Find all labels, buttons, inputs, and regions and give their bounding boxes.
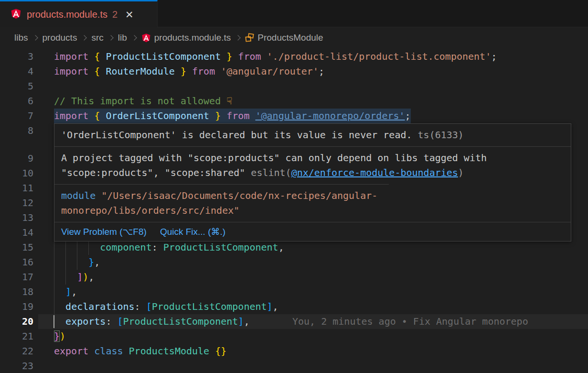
breadcrumb-symbol[interactable]: ProductsModule <box>245 33 323 43</box>
text-cursor <box>53 315 54 328</box>
code-token: ] <box>238 316 244 327</box>
code-token: } <box>88 256 94 268</box>
code-token <box>175 66 181 77</box>
code-line-3[interactable]: 3import { ProductListComponent } from '.… <box>0 49 588 64</box>
view-problem-button[interactable]: View Problem (⌥F8) <box>61 226 147 237</box>
code-token: import <box>54 51 88 62</box>
code-token: ProductsModule <box>129 345 210 357</box>
quick-fix-button[interactable]: Quick Fix... (⌘.) <box>160 226 225 237</box>
line-number: 8 <box>0 123 33 138</box>
code-line-6[interactable]: 6// This import is not allowed ☟ <box>0 94 588 109</box>
chevron-right-icon <box>108 35 113 40</box>
code-token: : <box>135 301 146 312</box>
code-token <box>88 51 94 62</box>
line-number: 3 <box>0 49 33 64</box>
code-token: '@angular/router' <box>221 66 319 77</box>
code-line-5[interactable]: 5 <box>0 79 588 94</box>
breadcrumb-file[interactable]: products.module.ts <box>141 33 231 43</box>
line-content[interactable]: ]), <box>54 270 94 285</box>
line-content[interactable]: component: ProductListComponent, <box>54 240 284 255</box>
code-token: { <box>94 110 100 121</box>
code-token: } <box>181 66 186 77</box>
code-token <box>215 66 221 77</box>
line-content[interactable]: exports: [ProductListComponent], <box>54 314 249 329</box>
code-token: './product-list/product-list.component' <box>267 51 492 62</box>
line-number: 14 <box>0 225 33 240</box>
line-number: 5 <box>0 79 33 94</box>
code-token: ☟ <box>226 95 232 107</box>
problem-hover-popup: 'OrderListComponent' is declared but its… <box>54 123 571 241</box>
line-content[interactable]: // This import is not allowed ☟ <box>54 94 232 109</box>
code-token <box>123 345 129 357</box>
code-line-23[interactable]: 23 <box>0 359 588 373</box>
code-token <box>249 110 255 121</box>
code-line-22[interactable]: 22export class ProductsModule {} <box>0 344 588 359</box>
code-token <box>88 66 94 77</box>
line-number: 23 <box>0 359 33 373</box>
code-token: // This import is not allowed <box>54 95 226 107</box>
code-token <box>209 110 215 121</box>
code-token: import <box>54 110 88 121</box>
line-content[interactable]: ], <box>54 285 77 299</box>
code-token <box>186 66 192 77</box>
code-token: } <box>226 51 232 62</box>
line-content[interactable]: }) <box>54 329 65 344</box>
code-token: from <box>226 110 249 121</box>
line-number: 22 <box>0 344 33 359</box>
line-content[interactable]: export class ProductsModule {} <box>54 344 226 359</box>
code-line-4[interactable]: 4import { RouterModule } from '@angular/… <box>0 64 588 79</box>
code-token <box>100 110 106 121</box>
code-token: : <box>152 241 163 253</box>
code-line-19[interactable]: 19 declarations: [ProductListComponent], <box>0 299 588 314</box>
code-token: ProductListComponent <box>163 241 278 253</box>
code-line-18[interactable]: 18 ], <box>0 285 588 299</box>
code-line-21[interactable]: 21}) <box>0 329 588 344</box>
tab-products-module[interactable]: products.module.ts 2 ✕ <box>0 0 158 27</box>
code-token <box>221 110 226 121</box>
code-token: class <box>94 345 123 357</box>
breadcrumb: libsproductssrclib products.module.ts Pr… <box>0 27 588 48</box>
code-token <box>54 241 100 253</box>
breadcrumb-item-libs[interactable]: libs <box>14 33 28 43</box>
line-content[interactable]: import { RouterModule } from '@angular/r… <box>54 64 324 79</box>
line-content[interactable]: }, <box>54 255 100 270</box>
code-token: , <box>94 256 100 268</box>
line-number: 6 <box>0 94 33 109</box>
code-line-17[interactable]: 17 ]), <box>0 270 588 285</box>
chevron-right-icon <box>82 35 87 40</box>
ts-diagnostic-code: ts(6133) <box>412 129 464 141</box>
code-token: ProductListComponent <box>152 301 267 312</box>
breadcrumb-item-src[interactable]: src <box>91 33 103 43</box>
code-token: , <box>88 271 94 283</box>
line-number: 9 <box>0 151 33 166</box>
code-token: ] <box>65 286 71 297</box>
tab-bar: products.module.ts 2 ✕ <box>0 0 588 27</box>
code-token: ; <box>319 66 324 77</box>
line-content[interactable]: declarations: [ProductListComponent], <box>54 299 278 314</box>
git-blame-annotation: You, 2 minutes ago • Fix Angular monorep… <box>292 314 528 329</box>
breadcrumb-item-products[interactable]: products <box>43 33 77 43</box>
line-content[interactable]: import { ProductListComponent } from './… <box>54 49 497 64</box>
eslint-rule-link[interactable]: @nx/enforce-module-boundaries <box>291 167 458 178</box>
line-number: 19 <box>0 299 33 314</box>
close-icon[interactable]: ✕ <box>125 10 134 20</box>
code-token <box>54 286 65 297</box>
code-token <box>209 345 215 357</box>
angular-icon <box>11 8 21 21</box>
code-token: , <box>278 241 284 253</box>
code-token <box>88 110 94 121</box>
code-token: {} <box>215 345 226 357</box>
code-line-15[interactable]: 15 component: ProductListComponent, <box>0 240 588 255</box>
line-number: 18 <box>0 285 33 299</box>
code-token: { <box>94 51 100 62</box>
code-token: ) <box>83 271 88 283</box>
chevron-right-icon <box>32 35 38 40</box>
breadcrumb-item-lib[interactable]: lib <box>118 33 127 43</box>
code-token <box>261 51 267 62</box>
code-line-7[interactable]: 7import { OrderListComponent } from '@an… <box>0 109 588 123</box>
code-line-16[interactable]: 16 }, <box>0 255 588 270</box>
hover-actions: View Problem (⌥F8) Quick Fix... (⌘.) <box>54 222 571 241</box>
angular-icon <box>141 33 151 43</box>
module-path-link[interactable]: '@angular-monorepo/orders' <box>256 110 405 121</box>
code-line-20[interactable]: 20 exports: [ProductListComponent],You, … <box>0 314 588 329</box>
